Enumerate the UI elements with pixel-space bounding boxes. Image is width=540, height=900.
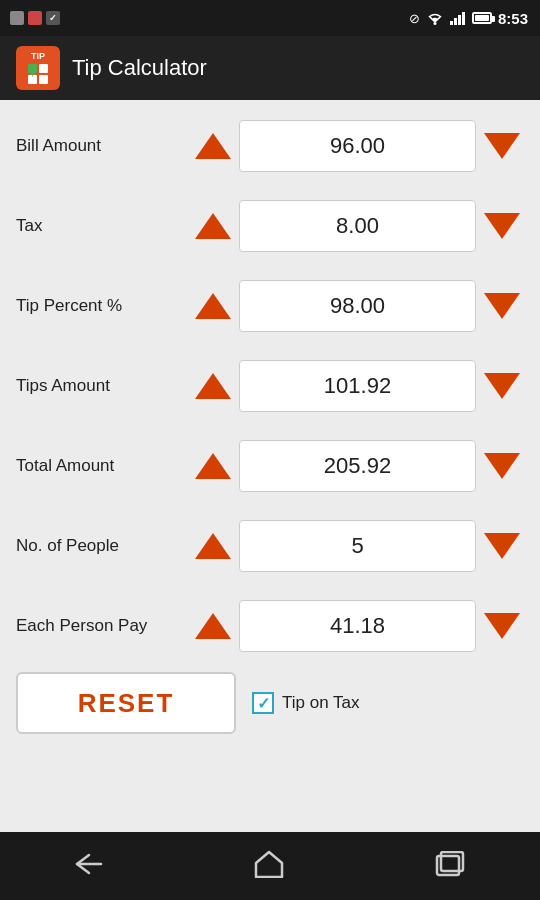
row-label-3: Tips Amount: [16, 376, 191, 396]
down-arrow-icon-4: [484, 453, 520, 479]
decrement-button-4[interactable]: [480, 444, 524, 488]
value-box-2: 98.00: [239, 280, 476, 332]
dollar-icon: $: [29, 64, 36, 78]
increment-button-0[interactable]: [191, 124, 235, 168]
increment-button-3[interactable]: [191, 364, 235, 408]
row-label-4: Total Amount: [16, 456, 191, 476]
tip-on-tax-checkbox[interactable]: ✓: [252, 692, 274, 714]
calc-row: Bill Amount 96.00: [16, 110, 524, 182]
nav-bar: [0, 832, 540, 900]
down-arrow-icon-1: [484, 213, 520, 239]
signal-icon: [450, 12, 466, 25]
notif-icon-3: ✓: [46, 11, 60, 25]
increment-button-4[interactable]: [191, 444, 235, 488]
increment-button-6[interactable]: [191, 604, 235, 648]
up-arrow-icon-6: [195, 613, 231, 639]
increment-button-1[interactable]: [191, 204, 235, 248]
status-bar: ✓ ⊘ 8:53: [0, 0, 540, 36]
row-label-1: Tax: [16, 216, 191, 236]
row-label-2: Tip Percent %: [16, 296, 191, 316]
check-mark: ✓: [257, 694, 270, 713]
down-arrow-icon-5: [484, 533, 520, 559]
home-button[interactable]: [234, 842, 304, 890]
down-arrow-icon-0: [484, 133, 520, 159]
up-arrow-icon-4: [195, 453, 231, 479]
no-signal-icon: ⊘: [409, 11, 420, 26]
value-box-4: 205.92: [239, 440, 476, 492]
rows-container: Bill Amount 96.00 Tax 8.00 Tip Percent %…: [16, 110, 524, 662]
calc-row: Tip Percent % 98.00: [16, 270, 524, 342]
decrement-button-2[interactable]: [480, 284, 524, 328]
svg-rect-4: [462, 12, 465, 25]
row-label-0: Bill Amount: [16, 136, 191, 156]
svg-rect-2: [454, 18, 457, 25]
wifi-icon: [426, 11, 444, 25]
up-arrow-icon-1: [195, 213, 231, 239]
calc-row: Tax 8.00: [16, 190, 524, 262]
status-bar-left-icons: ✓: [10, 11, 60, 25]
up-arrow-icon-5: [195, 533, 231, 559]
value-box-0: 96.00: [239, 120, 476, 172]
bottom-row: RESET ✓ Tip on Tax: [16, 672, 524, 734]
down-arrow-icon-6: [484, 613, 520, 639]
calc-row: Tips Amount 101.92: [16, 350, 524, 422]
icon-cell-4: [39, 75, 48, 84]
up-arrow-icon-2: [195, 293, 231, 319]
main-content: Bill Amount 96.00 Tax 8.00 Tip Percent %…: [0, 100, 540, 832]
back-button[interactable]: [55, 845, 123, 887]
tip-on-tax-container: ✓ Tip on Tax: [252, 692, 360, 714]
tip-on-tax-label: Tip on Tax: [282, 693, 360, 713]
status-icons-right: ⊘ 8:53: [409, 10, 528, 27]
icon-cell-2: [39, 64, 48, 73]
decrement-button-0[interactable]: [480, 124, 524, 168]
value-box-5: 5: [239, 520, 476, 572]
increment-button-2[interactable]: [191, 284, 235, 328]
calc-row: Total Amount 205.92: [16, 430, 524, 502]
app-icon-tip-text: TIP: [31, 52, 45, 61]
increment-button-5[interactable]: [191, 524, 235, 568]
app-bar: TIP $ Tip Calculator: [0, 36, 540, 100]
up-arrow-icon-0: [195, 133, 231, 159]
notif-icon-1: [10, 11, 24, 25]
decrement-button-1[interactable]: [480, 204, 524, 248]
svg-rect-3: [458, 15, 461, 25]
up-arrow-icon-3: [195, 373, 231, 399]
calc-row: No. of People 5: [16, 510, 524, 582]
down-arrow-icon-3: [484, 373, 520, 399]
value-box-1: 8.00: [239, 200, 476, 252]
decrement-button-6[interactable]: [480, 604, 524, 648]
calc-row: Each Person Pay 41.18: [16, 590, 524, 662]
value-box-3: 101.92: [239, 360, 476, 412]
decrement-button-3[interactable]: [480, 364, 524, 408]
svg-point-0: [433, 22, 436, 25]
row-label-6: Each Person Pay: [16, 616, 191, 636]
row-label-5: No. of People: [16, 536, 191, 556]
recents-button[interactable]: [415, 843, 485, 889]
reset-button[interactable]: RESET: [16, 672, 236, 734]
status-time: 8:53: [498, 10, 528, 27]
svg-marker-6: [256, 852, 282, 877]
down-arrow-icon-2: [484, 293, 520, 319]
decrement-button-5[interactable]: [480, 524, 524, 568]
value-box-6: 41.18: [239, 600, 476, 652]
battery-icon: [472, 12, 492, 24]
app-icon: TIP $: [16, 46, 60, 90]
notif-icon-2: [28, 11, 42, 25]
app-title: Tip Calculator: [72, 55, 207, 81]
svg-rect-1: [450, 21, 453, 25]
